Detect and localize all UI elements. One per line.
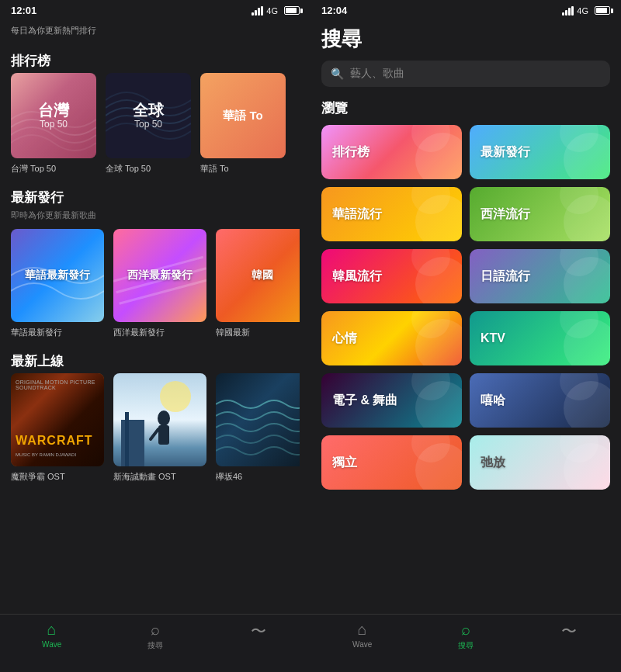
browse-title: 瀏覽	[321, 99, 610, 117]
global-card-name: 全球 Top 50	[106, 163, 191, 175]
taiwan-cover: 台灣 Top 50	[11, 73, 96, 158]
left-tab-wave[interactable]: 〜	[207, 621, 310, 643]
svg-rect-0	[113, 256, 203, 282]
browse-card-ktv[interactable]: KTV	[470, 311, 610, 365]
svg-rect-6	[125, 412, 129, 466]
right-search-icon: ⌕	[461, 621, 470, 639]
newest-online-scroll[interactable]: ORIGINAL MOTION PICTURE SOUNDTRACK WARCR…	[11, 373, 300, 486]
chart-card-global[interactable]: 全球 Top 50 全球 Top 50	[106, 73, 191, 175]
search-tab-icon: ⌕	[151, 621, 160, 639]
right-wave-icon: 〜	[561, 621, 577, 642]
browse-relax-label: 弛放	[480, 455, 505, 471]
network-label: 4G	[266, 6, 278, 16]
home-icon: ⌂	[47, 621, 57, 639]
anime-cover	[113, 373, 206, 466]
right-tab-bar: ⌂ Wave ⌕ 搜尋 〜	[310, 614, 621, 672]
svg-rect-5	[121, 420, 144, 466]
online-card-anime[interactable]: 新海誠動畫 OST	[113, 373, 206, 483]
charts-scroll[interactable]: 台灣 Top 50 台灣 Top 50 全球 Top 50	[11, 73, 300, 178]
search-bar[interactable]: 🔍 藝人、歌曲	[321, 61, 610, 87]
browse-card-chart[interactable]: 排行榜	[321, 125, 462, 179]
release-cover-western: 西洋最新發行	[113, 229, 206, 322]
search-title: 搜尋	[321, 26, 610, 53]
left-status-bar: 12:01 4G	[0, 0, 310, 19]
browse-indie-label: 獨立	[332, 455, 357, 471]
right-home-label: Wave	[352, 640, 372, 649]
right-network-label: 4G	[577, 6, 588, 16]
right-tab-wave[interactable]: 〜	[518, 621, 621, 643]
browse-hiphop-label: 嘻哈	[480, 393, 505, 409]
browse-card-western[interactable]: 西洋流行	[470, 187, 610, 241]
release-cover-korean: 韓國	[216, 229, 300, 322]
taiwan-card-name: 台灣 Top 50	[11, 163, 96, 175]
chinese-card-name: 華語 To	[200, 163, 286, 175]
left-panel: 12:01 4G 每日為你更新熱門排行 排行榜	[0, 0, 310, 672]
release-card-chinese[interactable]: 華語最新發行 華語最新發行	[11, 229, 104, 338]
newest-online-title: 最新上線	[11, 352, 300, 370]
browse-western-label: 西洋流行	[480, 206, 530, 223]
browse-mood-label: 心情	[332, 331, 357, 347]
left-scroll-content[interactable]: 排行榜 台灣 Top 50 台灣 Top 50	[0, 41, 310, 672]
release-card-korean[interactable]: 韓國 韓國最新	[216, 229, 300, 338]
release-cover-chinese: 華語最新發行	[11, 229, 104, 322]
signal-icon	[252, 6, 263, 16]
left-time: 12:01	[11, 5, 36, 16]
release-chinese-name: 華語最新發行	[11, 327, 104, 338]
new-release-sub: 即時為你更新最新歌曲	[11, 210, 300, 221]
right-tab-search[interactable]: ⌕ 搜尋	[414, 621, 517, 651]
right-home-icon: ⌂	[358, 621, 367, 639]
browse-card-hiphop[interactable]: 嘻哈	[470, 373, 610, 428]
browse-card-relax[interactable]: 弛放	[470, 435, 610, 490]
new-release-scroll[interactable]: 華語最新發行 華語最新發行 西洋最新發行 西洋最新發行 韓國	[11, 229, 300, 341]
global-cover: 全球 Top 50	[106, 73, 191, 158]
chart-card-chinese[interactable]: 華語 To 華語 To	[200, 73, 286, 175]
svg-line-9	[151, 429, 158, 439]
left-tab-bar: ⌂ Wave ⌕ 搜尋 〜	[0, 614, 310, 672]
browse-card-japanese[interactable]: 日語流行	[470, 249, 610, 303]
browse-card-korean[interactable]: 韓風流行	[321, 249, 462, 303]
right-panel: 12:04 4G 搜尋 🔍 藝人、歌曲 瀏覽 排行榜	[310, 0, 621, 672]
right-battery-icon	[595, 6, 610, 15]
release-card-western[interactable]: 西洋最新發行 西洋最新發行	[113, 229, 206, 338]
right-time: 12:04	[321, 5, 347, 16]
browse-new-label: 最新發行	[480, 144, 530, 161]
home-label: Wave	[42, 640, 61, 649]
browse-edm-label: 電子 & 舞曲	[332, 393, 397, 409]
new-release-title: 最新發行	[11, 189, 300, 206]
browse-card-edm[interactable]: 電子 & 舞曲	[321, 373, 462, 428]
online-card-yoru[interactable]: 欅坂46	[216, 373, 300, 483]
browse-japanese-label: 日語流行	[480, 268, 530, 285]
browse-card-new[interactable]: 最新發行	[470, 125, 610, 179]
warcraft-name: 魔獸爭霸 OST	[11, 471, 104, 483]
chart-card-taiwan[interactable]: 台灣 Top 50 台灣 Top 50	[11, 73, 96, 175]
left-tab-home[interactable]: ⌂ Wave	[0, 621, 103, 649]
svg-rect-2	[119, 279, 206, 305]
charts-section-title: 排行榜	[11, 52, 300, 70]
right-status-bar: 12:04 4G	[310, 0, 621, 19]
svg-point-4	[160, 381, 191, 412]
search-tab-label: 搜尋	[147, 640, 163, 651]
anime-name: 新海誠動畫 OST	[113, 471, 206, 483]
online-card-warcraft[interactable]: ORIGINAL MOTION PICTURE SOUNDTRACK WARCR…	[11, 373, 104, 483]
yoru-cover	[216, 373, 300, 466]
top-banner: 每日為你更新熱門排行	[0, 19, 310, 41]
browse-card-mood[interactable]: 心情	[321, 311, 462, 365]
svg-rect-8	[158, 425, 169, 445]
browse-card-indie[interactable]: 獨立	[321, 435, 462, 490]
yoru-name: 欅坂46	[216, 471, 300, 483]
right-status-icons: 4G	[562, 6, 610, 16]
chinese-cover: 華語 To	[200, 73, 286, 158]
browse-ktv-label: KTV	[480, 331, 505, 345]
release-western-name: 西洋最新發行	[113, 327, 206, 338]
left-tab-search[interactable]: ⌕ 搜尋	[103, 621, 206, 651]
svg-point-7	[158, 410, 170, 426]
browse-card-chinese[interactable]: 華語流行	[321, 187, 462, 241]
browse-section[interactable]: 瀏覽 排行榜 最新發行 華語流行 西洋流行	[310, 92, 621, 614]
search-header: 搜尋 🔍 藝人、歌曲	[310, 19, 621, 92]
left-status-icons: 4G	[252, 6, 300, 16]
banner-text: 每日為你更新熱門排行	[11, 26, 96, 35]
svg-rect-1	[116, 267, 206, 293]
warcraft-cover: ORIGINAL MOTION PICTURE SOUNDTRACK WARCR…	[11, 373, 104, 466]
right-tab-home[interactable]: ⌂ Wave	[310, 621, 414, 649]
search-placeholder-text: 藝人、歌曲	[350, 67, 404, 81]
